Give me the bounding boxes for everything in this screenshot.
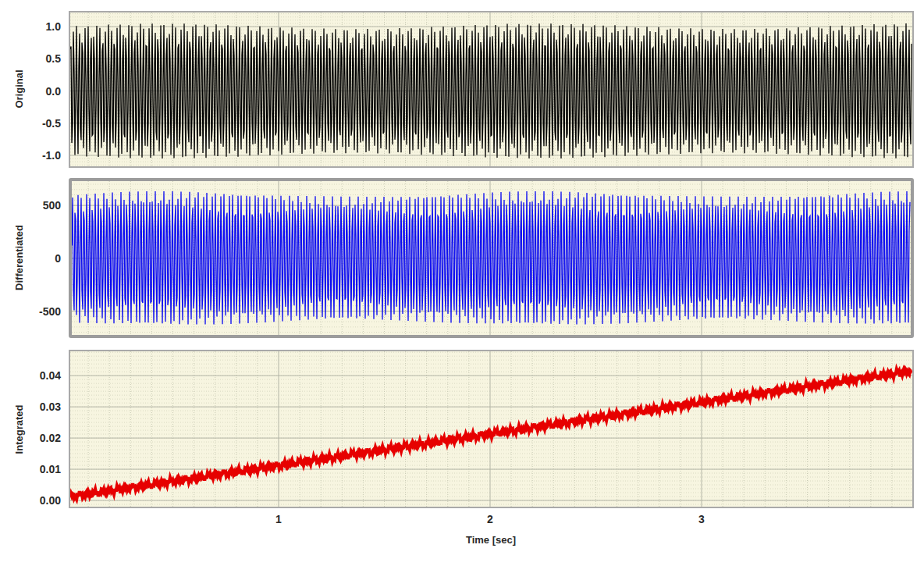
y-tick-label-original: -1.0 <box>0 149 61 162</box>
y-tick-label-original: 0.5 <box>0 52 61 65</box>
plot-differentiated[interactable] <box>69 178 914 338</box>
y-tick-label-integrated: 0.00 <box>0 494 61 507</box>
y-tick-label-original: -0.5 <box>0 117 61 130</box>
y-tick-label-original: 1.0 <box>0 20 61 33</box>
y-tick-label-integrated: 0.04 <box>0 369 61 382</box>
x-tick-label: 1 <box>275 513 282 525</box>
x-axis-label: Time [sec] <box>466 534 516 546</box>
x-tick-label: 3 <box>698 513 705 525</box>
y-tick-label-differentiated: 500 <box>0 199 61 212</box>
plot-original-canvas <box>70 12 912 166</box>
y-tick-label-original: 0.0 <box>0 85 61 98</box>
plot-original[interactable] <box>69 11 914 168</box>
y-tick-label-differentiated: -500 <box>0 305 61 318</box>
waveform-integrated <box>70 368 912 499</box>
plot-integrated[interactable] <box>69 350 914 508</box>
plot-integrated-canvas <box>70 351 912 507</box>
x-tick-label: 2 <box>487 513 493 525</box>
y-tick-label-integrated: 0.01 <box>0 463 61 475</box>
figure: Original Differentiated Integrated 1.00.… <box>0 0 924 566</box>
y-tick-label-integrated: 0.03 <box>0 400 61 413</box>
y-tick-label-differentiated: 0 <box>0 252 61 265</box>
plot-differentiated-canvas <box>72 181 911 335</box>
y-tick-label-integrated: 0.02 <box>0 432 61 444</box>
waveform-differentiated <box>72 191 910 325</box>
